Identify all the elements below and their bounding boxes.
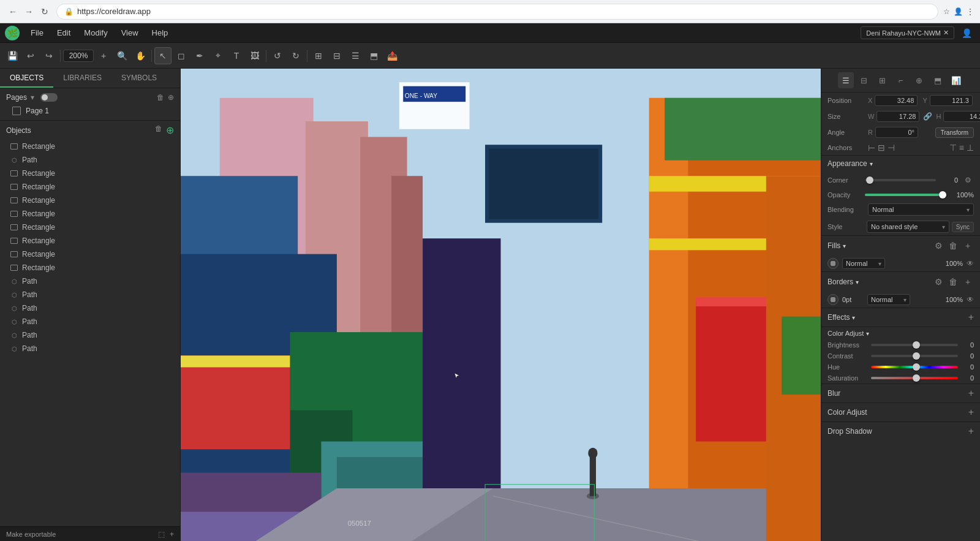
tab-libraries[interactable]: LIBRARIES bbox=[53, 69, 111, 88]
list-item[interactable]: Rectangle bbox=[0, 221, 180, 234]
fill-visibility-icon[interactable]: 👁 bbox=[967, 259, 974, 268]
border-color-swatch[interactable] bbox=[827, 294, 839, 305]
fills-add-icon[interactable]: + bbox=[962, 240, 974, 252]
list-item[interactable]: ⬡ Path bbox=[0, 153, 180, 167]
list-item[interactable]: ⬡ Path bbox=[0, 274, 180, 288]
anchor-top-icon[interactable]: ⊤ bbox=[949, 143, 957, 153]
page-item-1[interactable]: Page 1 bbox=[0, 104, 180, 118]
corner-slider[interactable] bbox=[865, 179, 936, 181]
list-item[interactable]: Rectangle bbox=[0, 207, 180, 221]
image-btn[interactable]: 🖼 bbox=[246, 47, 263, 64]
back-button[interactable]: ← bbox=[6, 5, 20, 18]
export-icon[interactable]: ⬚ bbox=[158, 530, 165, 539]
menu-view[interactable]: View bbox=[115, 26, 145, 40]
fills-settings-icon[interactable]: ⚙ bbox=[932, 240, 944, 252]
pen-btn[interactable]: ✒ bbox=[191, 47, 208, 64]
blending-dropdown[interactable]: Normal ▾ bbox=[868, 203, 974, 216]
distribute-btn[interactable]: ☰ bbox=[347, 47, 364, 64]
appearance-section-header[interactable]: Appearance ▾ bbox=[821, 155, 980, 172]
align-btn[interactable]: ⊟ bbox=[328, 47, 345, 64]
add-export-icon[interactable]: + bbox=[170, 530, 174, 539]
menu-icon[interactable]: ⋮ bbox=[967, 7, 974, 16]
delete-object-icon[interactable]: 🗑 bbox=[155, 124, 162, 136]
borders-section-header[interactable]: Borders ▾ ⚙ 🗑 + bbox=[821, 271, 980, 292]
borders-add-icon[interactable]: + bbox=[962, 276, 974, 288]
rotate-right-btn[interactable]: ↻ bbox=[287, 47, 304, 64]
list-item[interactable]: Rectangle bbox=[0, 248, 180, 261]
save-btn[interactable]: 💾 bbox=[4, 47, 21, 64]
profile-icon[interactable]: 👤 bbox=[954, 7, 963, 16]
arrange-btn[interactable]: ⬒ bbox=[365, 47, 382, 64]
blur-row[interactable]: Blur + bbox=[821, 384, 980, 403]
pages-chevron-icon[interactable]: ▾ bbox=[31, 93, 34, 102]
tab-objects[interactable]: OBJECTS bbox=[0, 69, 53, 88]
corner-settings-icon[interactable]: ⚙ bbox=[962, 174, 974, 186]
address-bar[interactable]: 🔒 https://coreldraw.app bbox=[56, 4, 938, 20]
properties-tab-btn[interactable]: ☰ bbox=[838, 72, 854, 88]
effects-section-header[interactable]: Effects ▾ + bbox=[821, 308, 980, 327]
zoom-in-btn[interactable]: + bbox=[95, 47, 112, 64]
menu-modify[interactable]: Modify bbox=[78, 26, 113, 40]
fills-delete-icon[interactable]: 🗑 bbox=[947, 240, 959, 252]
blur-add-icon[interactable]: + bbox=[968, 388, 974, 399]
delete-page-icon[interactable]: 🗑 bbox=[157, 93, 164, 102]
fills-section-header[interactable]: Fills ▾ ⚙ 🗑 + bbox=[821, 235, 980, 255]
redo-btn[interactable]: ↪ bbox=[40, 47, 58, 64]
sync-button[interactable]: Sync bbox=[952, 222, 974, 232]
borders-delete-icon[interactable]: 🗑 bbox=[947, 276, 959, 288]
borders-settings-icon[interactable]: ⚙ bbox=[932, 276, 944, 288]
h-input[interactable] bbox=[943, 111, 980, 122]
list-item[interactable]: Rectangle bbox=[0, 140, 180, 153]
color-adjust2-add-icon[interactable]: + bbox=[968, 407, 974, 418]
list-item[interactable]: ⬡ Path bbox=[0, 315, 180, 328]
user-badge[interactable]: Deni Rahayu-NYC-NWM ✕ bbox=[861, 26, 954, 39]
opacity-slider[interactable] bbox=[865, 194, 946, 196]
list-item[interactable]: ⬡ Path bbox=[0, 288, 180, 301]
export-btn[interactable]: 📤 bbox=[383, 47, 401, 64]
style-dropdown[interactable]: No shared style ▾ bbox=[867, 221, 949, 233]
effects-add-icon[interactable]: + bbox=[968, 312, 974, 323]
drop-shadow-row[interactable]: Drop Shadow + bbox=[821, 422, 980, 441]
align-panel-btn[interactable]: ⊟ bbox=[856, 72, 872, 88]
border-visibility-icon[interactable]: 👁 bbox=[967, 295, 974, 304]
forward-button[interactable]: → bbox=[22, 5, 36, 18]
transform-button[interactable]: Transform bbox=[935, 127, 974, 138]
list-item[interactable]: Rectangle bbox=[0, 180, 180, 194]
undo-btn[interactable]: ↩ bbox=[22, 47, 39, 64]
rotate-left-btn[interactable]: ↺ bbox=[269, 47, 286, 64]
menu-file[interactable]: File bbox=[24, 26, 50, 40]
menu-help[interactable]: Help bbox=[146, 26, 175, 40]
canvas-area[interactable]: Deni Rahayu ONE - WAY 050517 bbox=[181, 69, 821, 541]
color-adjust2-row[interactable]: Color Adjust + bbox=[821, 403, 980, 422]
bookmark-icon[interactable]: ☆ bbox=[943, 7, 950, 16]
angle-input[interactable] bbox=[875, 127, 918, 138]
pan-btn[interactable]: ✋ bbox=[132, 47, 149, 64]
anchor-right-icon[interactable]: ⊣ bbox=[888, 143, 895, 153]
grid-btn[interactable]: ⊞ bbox=[310, 47, 327, 64]
fill-color-swatch[interactable] bbox=[827, 258, 839, 269]
tab-symbols[interactable]: SYMBOLS bbox=[111, 69, 167, 88]
bool-panel-btn[interactable]: ⊕ bbox=[911, 72, 927, 88]
brightness-slider[interactable] bbox=[871, 344, 958, 346]
list-item[interactable]: Rectangle bbox=[0, 194, 180, 207]
list-item[interactable]: ⬡ Path bbox=[0, 342, 180, 355]
fill-blend-dropdown[interactable]: Normal ▾ bbox=[842, 258, 885, 269]
border-blend-dropdown[interactable]: Normal ▾ bbox=[867, 294, 910, 305]
anchor-center-icon[interactable]: ⊟ bbox=[878, 143, 885, 153]
anchor-mid-icon[interactable]: ≡ bbox=[959, 143, 964, 153]
user-profile-btn[interactable]: 👤 bbox=[958, 25, 975, 42]
zoom-out-btn[interactable]: 🔍 bbox=[113, 47, 130, 64]
lock-aspect-btn[interactable]: 🔗 bbox=[923, 112, 932, 121]
chart-panel-btn[interactable]: 📊 bbox=[948, 72, 964, 88]
transform-panel-btn[interactable]: ⊞ bbox=[875, 72, 891, 88]
toggle-switch[interactable] bbox=[40, 93, 58, 102]
layout-panel-btn[interactable]: ⬒ bbox=[930, 72, 946, 88]
close-tab-icon[interactable]: ✕ bbox=[943, 29, 949, 37]
text-btn[interactable]: T bbox=[228, 47, 245, 64]
menu-edit[interactable]: Edit bbox=[51, 26, 77, 40]
shape-btn[interactable]: ◻ bbox=[173, 47, 190, 64]
hue-slider[interactable] bbox=[871, 366, 958, 368]
w-input[interactable] bbox=[876, 111, 919, 122]
anchor-bottom-icon[interactable]: ⊥ bbox=[967, 143, 974, 153]
list-item[interactable]: Rectangle bbox=[0, 167, 180, 180]
